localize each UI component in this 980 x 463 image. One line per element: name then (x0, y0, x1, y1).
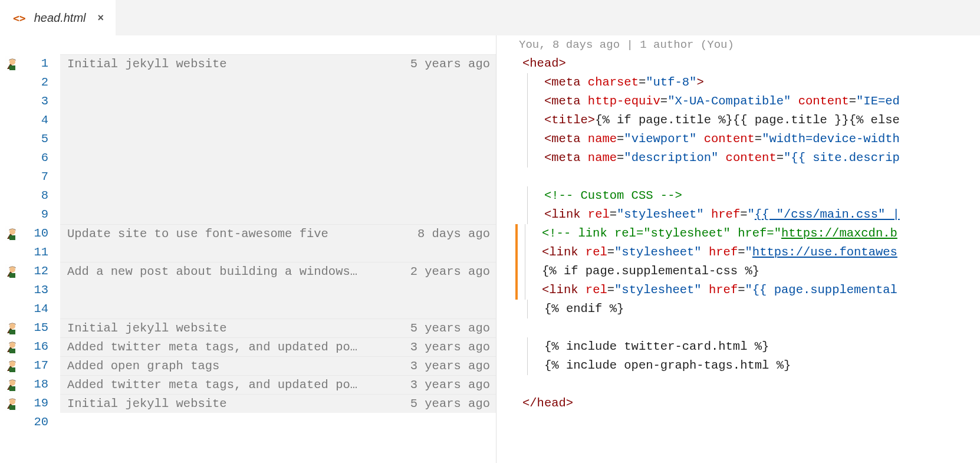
code-line[interactable] (519, 413, 980, 432)
line-number[interactable]: 8 (25, 186, 48, 205)
avatar-cell (0, 356, 25, 375)
avatar-cell (0, 168, 25, 186)
avatar-cell (0, 54, 25, 73)
blame-row[interactable] (60, 243, 496, 262)
blame-commit-message: Initial jekyll website (67, 319, 406, 338)
blame-commit-age: 3 years ago (406, 357, 490, 376)
line-number[interactable]: 14 (25, 300, 48, 318)
tab-title: head.html (34, 11, 86, 25)
line-number[interactable]: 15 (25, 318, 48, 337)
commit-avatar-icon (5, 226, 20, 241)
tab-head-html[interactable]: <> head.html × (0, 0, 116, 35)
close-icon[interactable]: × (94, 12, 108, 24)
code-line[interactable]: <meta http-equiv="X-UA-Compatible" conte… (519, 92, 980, 111)
blame-commit-age: 2 years ago (406, 262, 490, 281)
line-number[interactable]: 20 (25, 413, 48, 432)
blame-row[interactable] (60, 73, 496, 92)
code-line[interactable]: {% include open-graph-tags.html %} (519, 356, 980, 375)
blame-commit-age: 8 days ago (413, 225, 490, 244)
blame-row[interactable]: Update site to use font-awesome five8 da… (60, 224, 496, 243)
avatar-cell (0, 300, 25, 318)
avatar-cell (0, 130, 25, 149)
code-line[interactable]: <meta charset="utf-8"> (519, 73, 980, 92)
code-line[interactable] (519, 168, 980, 186)
line-number[interactable]: 3 (25, 92, 48, 111)
commit-avatar-icon (5, 396, 20, 411)
blame-row[interactable]: Added open graph tags3 years ago (60, 356, 496, 375)
avatar-cell (0, 92, 25, 111)
blame-row[interactable] (60, 149, 496, 168)
code-line[interactable]: <meta name="description" content="{{ sit… (519, 149, 980, 168)
blame-row[interactable] (60, 130, 496, 149)
line-number[interactable]: 10 (25, 224, 48, 243)
blame-commit-age: 5 years ago (406, 395, 490, 413)
tab-bar: <> head.html × (0, 0, 980, 35)
line-number[interactable]: 16 (25, 337, 48, 356)
avatar-cell (0, 73, 25, 92)
avatar-cell (0, 111, 25, 130)
line-number[interactable]: 18 (25, 375, 48, 394)
svg-point-10 (9, 323, 15, 329)
line-number[interactable]: 17 (25, 356, 48, 375)
line-number[interactable]: 19 (25, 394, 48, 413)
svg-rect-8 (9, 273, 15, 278)
code-line[interactable]: <!-- link rel="stylesheet" href="https:/… (515, 224, 980, 243)
svg-point-7 (9, 267, 15, 272)
svg-point-19 (9, 380, 15, 386)
blame-commit-message: Initial jekyll website (67, 55, 406, 74)
code-line[interactable]: <link rel="stylesheet" href="{{ "/css/ma… (519, 205, 980, 224)
code-line[interactable]: {% include twitter-card.html %} (519, 337, 980, 356)
blame-row[interactable]: Initial jekyll website5 years ago (60, 318, 496, 337)
code-line[interactable]: <head> (519, 54, 980, 73)
blame-row[interactable] (60, 300, 496, 318)
line-number[interactable]: 1 (25, 54, 48, 73)
code-line[interactable]: {% endif %} (519, 300, 980, 318)
blame-commit-message: Added open graph tags (67, 357, 406, 376)
code-column[interactable]: You, 8 days ago | 1 author (You) <head><… (496, 35, 980, 463)
blame-row[interactable] (60, 168, 496, 186)
line-number[interactable]: 4 (25, 111, 48, 130)
code-line[interactable]: <!-- Custom CSS --> (519, 186, 980, 205)
code-line[interactable] (519, 318, 980, 337)
codelens-authors[interactable]: You, 8 days ago | 1 author (You) (519, 35, 980, 54)
line-number[interactable]: 13 (25, 281, 48, 300)
line-number[interactable]: 11 (25, 243, 48, 262)
blame-row[interactable] (60, 413, 496, 432)
avatar-cell (0, 224, 25, 243)
blame-row[interactable]: Initial jekyll website5 years ago (60, 54, 496, 73)
code-line[interactable]: <link rel="stylesheet" href="https://use… (515, 243, 980, 262)
commit-avatar-icon (5, 358, 20, 373)
line-number[interactable]: 9 (25, 205, 48, 224)
blame-row[interactable]: Add a new post about building a windows…… (60, 262, 496, 281)
svg-rect-20 (9, 386, 15, 391)
blame-row[interactable] (60, 92, 496, 111)
blame-row[interactable]: Initial jekyll website5 years ago (60, 394, 496, 413)
line-number[interactable]: 5 (25, 130, 48, 149)
code-line[interactable] (519, 375, 980, 394)
svg-point-13 (9, 342, 15, 348)
code-line[interactable]: <title>{% if page.title %}{{ page.title … (519, 111, 980, 130)
blame-row[interactable] (60, 186, 496, 205)
line-number[interactable]: 7 (25, 168, 48, 186)
blame-row[interactable] (60, 111, 496, 130)
line-number-gutter: 1234567891011121314151617181920 (25, 35, 60, 463)
code-line[interactable]: {% if page.supplemental-css %} (515, 262, 980, 281)
blame-commit-message: Added twitter meta tags, and updated po… (67, 338, 406, 357)
avatar-cell (0, 337, 25, 356)
code-line[interactable]: <meta name="viewport" content="width=dev… (519, 130, 980, 149)
code-line[interactable]: <link rel="stylesheet" href="{{ page.sup… (515, 281, 980, 300)
commit-avatar-icon (5, 264, 20, 279)
line-number[interactable]: 2 (25, 73, 48, 92)
blame-row[interactable] (60, 281, 496, 300)
blame-commit-age: 3 years ago (406, 338, 490, 357)
code-line[interactable]: </head> (519, 394, 980, 413)
blame-row[interactable]: Added twitter meta tags, and updated po…… (60, 337, 496, 356)
commit-avatar-icon (5, 56, 20, 71)
svg-rect-23 (9, 405, 15, 410)
blame-row[interactable]: Added twitter meta tags, and updated po…… (60, 375, 496, 394)
line-number[interactable]: 12 (25, 262, 48, 281)
line-number[interactable]: 6 (25, 149, 48, 168)
blame-commit-age: 5 years ago (406, 319, 490, 338)
blame-row[interactable] (60, 205, 496, 224)
blame-commit-message: Update site to use font-awesome five (67, 225, 413, 244)
